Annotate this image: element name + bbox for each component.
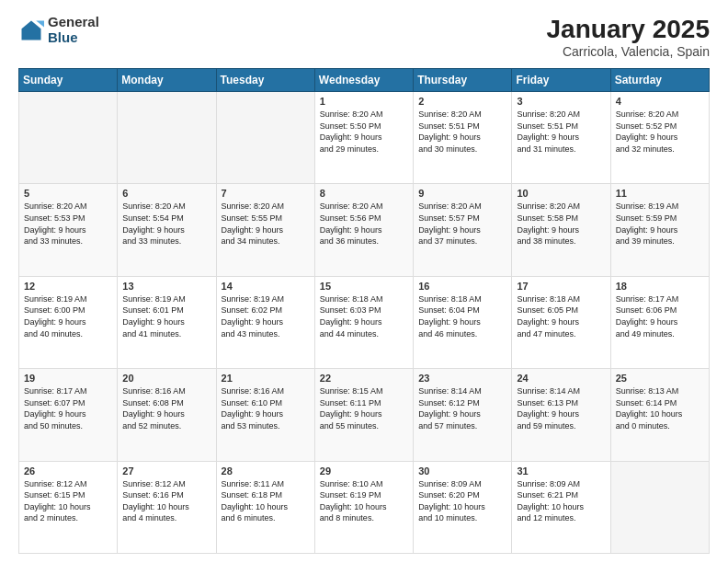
day-number: 24 xyxy=(517,373,605,384)
cell-text-line: Daylight: 9 hours xyxy=(517,224,605,236)
cell-text-line: Sunrise: 8:09 AM xyxy=(418,478,506,490)
day-header-wednesday: Wednesday xyxy=(314,69,413,92)
day-number: 2 xyxy=(418,96,506,107)
cell-text-line: Sunrise: 8:14 AM xyxy=(418,385,506,397)
cell-text-line: Sunrise: 8:16 AM xyxy=(222,385,310,397)
calendar-cell: 19Sunrise: 8:17 AMSunset: 6:07 PMDayligh… xyxy=(19,369,118,461)
calendar-cell: 26Sunrise: 8:12 AMSunset: 6:15 PMDayligh… xyxy=(19,461,118,553)
cell-text-line: Sunset: 6:00 PM xyxy=(24,304,112,316)
cell-text-line: Sunrise: 8:20 AM xyxy=(320,109,408,121)
cell-text-line: Daylight: 9 hours xyxy=(616,224,704,236)
day-number: 11 xyxy=(616,188,704,199)
cell-text-line: and 12 minutes. xyxy=(517,512,605,524)
header: General Blue January 2025 Carricola, Val… xyxy=(18,15,710,59)
cell-text-line: Sunrise: 8:17 AM xyxy=(24,385,112,397)
cell-text-line: Daylight: 9 hours xyxy=(616,132,704,144)
day-number: 22 xyxy=(320,373,408,384)
cell-text-line: and 53 minutes. xyxy=(222,420,310,432)
cell-text-line: and 44 minutes. xyxy=(320,328,408,340)
svg-marker-0 xyxy=(22,20,41,40)
cell-text-line: Sunrise: 8:20 AM xyxy=(517,109,605,121)
cell-text-line: Sunset: 6:02 PM xyxy=(222,304,310,316)
cell-text-line: and 57 minutes. xyxy=(418,420,506,432)
cell-text-line: and 52 minutes. xyxy=(122,420,210,432)
day-number: 12 xyxy=(24,281,112,292)
cell-text-line: Sunset: 6:16 PM xyxy=(122,489,210,501)
logo-general: General xyxy=(48,15,99,30)
cell-text-line: Daylight: 9 hours xyxy=(24,316,112,328)
calendar-cell: 28Sunrise: 8:11 AMSunset: 6:18 PMDayligh… xyxy=(216,461,314,553)
cell-text-line: and 4 minutes. xyxy=(122,512,210,524)
day-number: 18 xyxy=(616,281,704,292)
cell-text-line: Sunset: 6:03 PM xyxy=(320,304,408,316)
day-number: 14 xyxy=(222,281,310,292)
cell-text-line: Daylight: 9 hours xyxy=(517,408,605,420)
cell-text-line: Daylight: 9 hours xyxy=(320,132,408,144)
cell-text-line: Sunrise: 8:20 AM xyxy=(320,201,408,213)
cell-text-line: Sunrise: 8:19 AM xyxy=(24,293,112,305)
cell-text-line: Sunrise: 8:10 AM xyxy=(320,478,408,490)
cell-text-line: Daylight: 9 hours xyxy=(517,316,605,328)
cell-text-line: Sunset: 5:59 PM xyxy=(616,213,704,224)
page: General Blue January 2025 Carricola, Val… xyxy=(0,0,728,563)
calendar-subtitle: Carricola, Valencia, Spain xyxy=(547,44,710,59)
cell-text-line: Sunrise: 8:20 AM xyxy=(616,109,704,121)
cell-text-line: Sunset: 6:10 PM xyxy=(222,397,310,409)
cell-text-line: Sunrise: 8:20 AM xyxy=(24,201,112,213)
calendar-cell: 14Sunrise: 8:19 AMSunset: 6:02 PMDayligh… xyxy=(216,276,314,368)
day-number: 25 xyxy=(616,373,704,384)
day-header-monday: Monday xyxy=(118,69,216,92)
cell-text-line: Daylight: 9 hours xyxy=(418,224,506,236)
cell-text-line: Sunrise: 8:20 AM xyxy=(418,201,506,213)
cell-text-line: Sunset: 5:54 PM xyxy=(122,213,210,224)
cell-text-line: Sunset: 6:04 PM xyxy=(418,304,506,316)
cell-text-line: Sunrise: 8:15 AM xyxy=(320,385,408,397)
day-number: 29 xyxy=(320,465,408,477)
cell-text-line: Sunrise: 8:16 AM xyxy=(122,385,210,397)
calendar-cell: 7Sunrise: 8:20 AMSunset: 5:55 PMDaylight… xyxy=(216,184,314,276)
cell-text-line: and 6 minutes. xyxy=(222,512,310,524)
cell-text-line: Sunset: 5:51 PM xyxy=(517,121,605,132)
calendar-cell: 13Sunrise: 8:19 AMSunset: 6:01 PMDayligh… xyxy=(118,276,216,368)
logo-icon xyxy=(18,17,44,43)
day-number: 31 xyxy=(517,465,605,477)
cell-text-line: and 32 minutes. xyxy=(616,144,704,155)
calendar-week-2: 12Sunrise: 8:19 AMSunset: 6:00 PMDayligh… xyxy=(19,276,710,368)
cell-text-line: Sunset: 6:14 PM xyxy=(616,397,704,409)
cell-text-line: Daylight: 9 hours xyxy=(320,408,408,420)
cell-text-line: Sunrise: 8:18 AM xyxy=(517,293,605,305)
day-number: 30 xyxy=(418,465,506,477)
day-number: 21 xyxy=(222,373,310,384)
cell-text-line: and 46 minutes. xyxy=(418,328,506,340)
day-number: 13 xyxy=(122,281,210,292)
calendar-cell: 27Sunrise: 8:12 AMSunset: 6:16 PMDayligh… xyxy=(118,461,216,553)
cell-text-line: and 55 minutes. xyxy=(320,420,408,432)
cell-text-line: Sunrise: 8:11 AM xyxy=(222,478,310,490)
cell-text-line: Sunrise: 8:09 AM xyxy=(517,478,605,490)
cell-text-line: Daylight: 9 hours xyxy=(320,316,408,328)
calendar-cell xyxy=(216,92,314,184)
cell-text-line: Daylight: 10 hours xyxy=(418,501,506,513)
cell-text-line: Sunset: 6:19 PM xyxy=(320,489,408,501)
cell-text-line: Sunset: 5:51 PM xyxy=(418,121,506,132)
calendar-cell: 8Sunrise: 8:20 AMSunset: 5:56 PMDaylight… xyxy=(314,184,413,276)
calendar-cell: 17Sunrise: 8:18 AMSunset: 6:05 PMDayligh… xyxy=(512,276,610,368)
cell-text-line: Sunrise: 8:17 AM xyxy=(616,293,704,305)
cell-text-line: Sunset: 5:55 PM xyxy=(222,213,310,224)
calendar-cell: 1Sunrise: 8:20 AMSunset: 5:50 PMDaylight… xyxy=(314,92,413,184)
day-number: 26 xyxy=(24,465,112,477)
day-number: 20 xyxy=(122,373,210,384)
cell-text-line: and 49 minutes. xyxy=(616,328,704,340)
logo: General Blue xyxy=(18,15,99,45)
calendar-cell: 24Sunrise: 8:14 AMSunset: 6:13 PMDayligh… xyxy=(512,369,610,461)
cell-text-line: Sunrise: 8:20 AM xyxy=(517,201,605,213)
cell-text-line: Sunset: 5:56 PM xyxy=(320,213,408,224)
cell-text-line: and 59 minutes. xyxy=(517,420,605,432)
cell-text-line: Daylight: 10 hours xyxy=(320,501,408,513)
day-number: 1 xyxy=(320,96,408,107)
cell-text-line: Sunset: 6:15 PM xyxy=(24,489,112,501)
cell-text-line: and 34 minutes. xyxy=(222,236,310,247)
cell-text-line: Sunset: 6:08 PM xyxy=(122,397,210,409)
cell-text-line: and 40 minutes. xyxy=(24,328,112,340)
cell-text-line: Sunrise: 8:18 AM xyxy=(418,293,506,305)
